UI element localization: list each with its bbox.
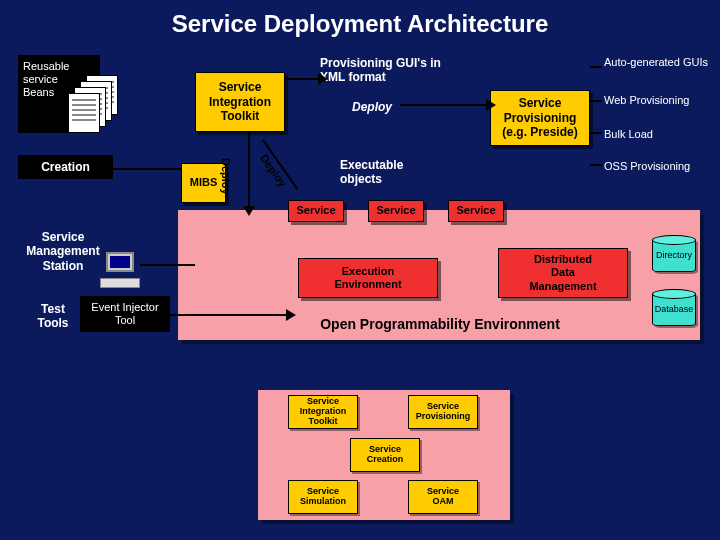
mini-oam-box: Service OAM — [408, 480, 478, 514]
deploy-vertical-label: Deploy — [220, 158, 232, 195]
database-cylinder: Database — [652, 292, 696, 326]
service-box-3: Service — [448, 200, 504, 222]
bulk-label: Bulk Load — [604, 128, 653, 140]
mini-simul-label: Service Simulation — [300, 487, 346, 507]
oss-prov-label: OSS Provisioning — [604, 160, 690, 172]
creation-box: Creation — [18, 155, 113, 179]
directory-cylinder: Directory — [652, 238, 696, 272]
test-tools-label: Test Tools — [28, 302, 78, 331]
service-label-1: Service — [296, 204, 335, 217]
sit-label: Service Integration Toolkit — [209, 80, 271, 123]
serv-prov-box: Service Provisioning (e.g. Preside) — [490, 90, 590, 146]
page-title: Service Deployment Architecture — [0, 0, 720, 44]
mini-sit-box: Service Integration Toolkit — [288, 395, 358, 429]
mini-prov-box: Service Provisioning — [408, 395, 478, 429]
service-box-2: Service — [368, 200, 424, 222]
mibs-label: MIBS — [190, 176, 218, 189]
exec-env-box: Execution Environment — [298, 258, 438, 298]
docs-icon — [68, 75, 123, 130]
mini-creation-label: Service Creation — [367, 445, 404, 465]
serv-prov-label: Service Provisioning (e.g. Preside) — [502, 96, 577, 139]
sms-label: Service Management Station — [18, 230, 108, 273]
creation-label: Creation — [41, 160, 90, 174]
ope-title: Open Programmability Environment — [260, 316, 620, 332]
exec-obj-label: Executable objects — [340, 158, 430, 187]
event-injector-box: Event Injector Tool — [80, 296, 170, 332]
auto-gui-label: Auto-generated GUIs — [604, 56, 708, 68]
mini-oam-label: Service OAM — [427, 487, 459, 507]
mini-sit-label: Service Integration Toolkit — [300, 397, 347, 427]
directory-label: Directory — [656, 250, 692, 260]
mini-prov-label: Service Provisioning — [416, 402, 471, 422]
deploy-label: Deploy — [352, 100, 392, 114]
event-injector-label: Event Injector Tool — [91, 301, 158, 327]
mini-creation-box: Service Creation — [350, 438, 420, 472]
mini-simul-box: Service Simulation — [288, 480, 358, 514]
computer-icon — [100, 252, 140, 288]
prov-gui-label: Provisioning GUI's in XML format — [320, 56, 460, 85]
reusable-beans-label: Reusable service Beans — [23, 60, 69, 100]
web-prov-label: Web Provisioning — [604, 94, 689, 106]
database-label: Database — [655, 304, 694, 314]
sit-box: Service Integration Toolkit — [195, 72, 285, 132]
service-label-2: Service — [376, 204, 415, 217]
exec-env-label: Execution Environment — [334, 265, 401, 291]
ddm-box: Distributed Data Management — [498, 248, 628, 298]
service-box-1: Service — [288, 200, 344, 222]
ddm-label: Distributed Data Management — [529, 253, 596, 293]
service-label-3: Service — [456, 204, 495, 217]
